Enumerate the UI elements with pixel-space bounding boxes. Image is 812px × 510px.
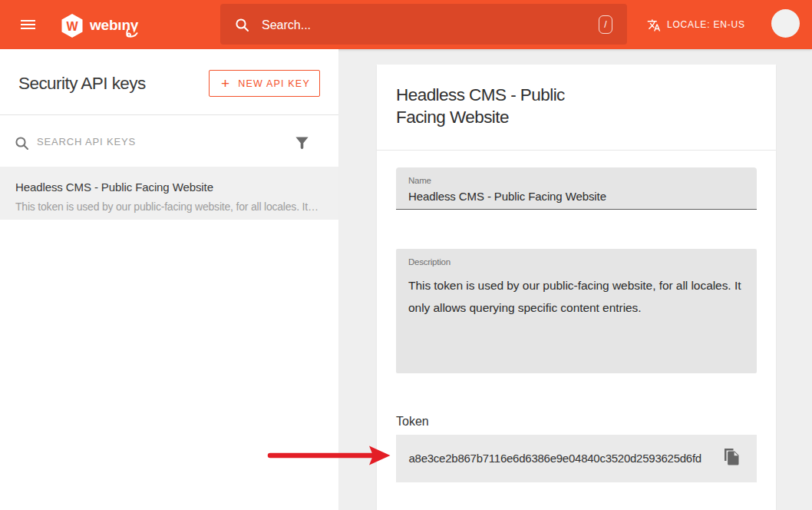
svg-text:W: W <box>66 20 78 33</box>
